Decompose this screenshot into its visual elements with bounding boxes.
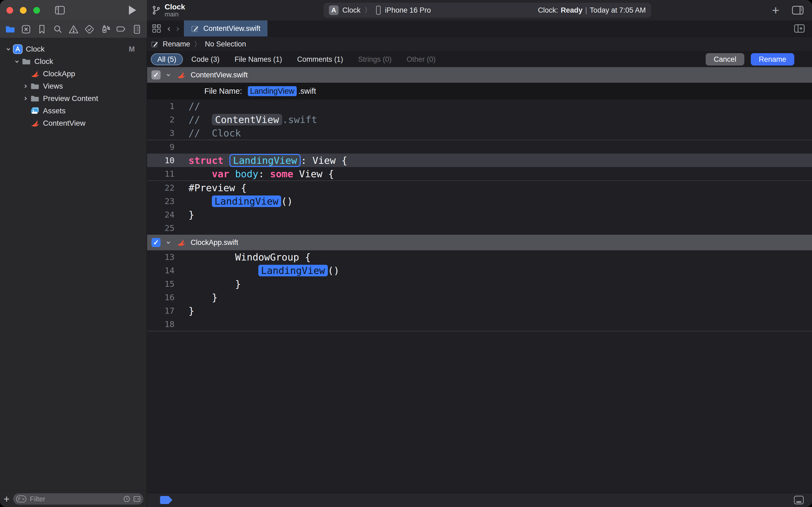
line-number: 14 — [147, 266, 175, 275]
filter-scope-icon[interactable] — [133, 495, 141, 503]
scope-filter-comments[interactable]: Comments (1) — [291, 53, 350, 65]
debug-bar — [147, 493, 812, 507]
code-line-23: 23 LandingView() — [147, 194, 812, 208]
new-tab-icon[interactable]: + — [772, 5, 779, 15]
tree-item-assets[interactable]: Assets — [0, 105, 147, 117]
disclosure-closed-icon[interactable] — [21, 83, 30, 89]
issues-navigator-icon[interactable] — [68, 24, 79, 35]
breakpoints-navigator-icon[interactable] — [116, 24, 126, 35]
run-destination-name[interactable]: iPhone 16 Pro — [385, 6, 431, 14]
rename-token-match[interactable]: LandingView — [258, 265, 328, 276]
code-segment: var — [212, 168, 229, 179]
split-editor-icon[interactable] — [794, 24, 805, 33]
tests-navigator-icon[interactable] — [84, 24, 95, 35]
go-back-icon[interactable]: ‹ — [167, 23, 171, 34]
scope-filter-all[interactable]: All (5) — [151, 53, 183, 65]
code-line-22: 22#Preview { — [147, 181, 812, 194]
code-line-1: 1// — [147, 99, 812, 113]
line-number: 25 — [147, 223, 175, 233]
tree-item-clockapp[interactable]: ClockApp — [0, 68, 147, 80]
toggle-debug-area-icon[interactable] — [793, 495, 805, 505]
tree-item-views[interactable]: Views — [0, 80, 147, 92]
line-number: 2 — [147, 115, 175, 124]
line-number: 18 — [147, 319, 175, 329]
traffic-lights — [6, 7, 40, 14]
breadcrumb-selection[interactable]: No Selection — [205, 40, 246, 48]
code-segment: } — [188, 278, 241, 289]
code-line-16: 16 } — [147, 291, 812, 304]
rename-token-editing[interactable]: LandingView — [229, 154, 301, 167]
section-collapse-icon[interactable] — [165, 239, 171, 245]
toggle-navigator-icon[interactable] — [54, 4, 66, 16]
code-segment: View { — [293, 168, 334, 179]
swift-file-icon — [176, 238, 186, 247]
cancel-button[interactable]: Cancel — [706, 53, 744, 65]
go-forward-icon[interactable]: › — [176, 23, 180, 34]
status-app-label: Clock: — [538, 6, 558, 14]
code-line-10: 10struct LandingView: View { — [147, 154, 812, 167]
tree-item-clock[interactable]: Clock — [0, 55, 147, 68]
code-line-13: 13 WindowGroup { — [147, 250, 812, 264]
close-window-button[interactable] — [6, 7, 13, 14]
status-state: Ready — [561, 6, 582, 14]
tree-item-preview-content[interactable]: Preview Content — [0, 92, 147, 105]
scope-filter-file[interactable]: File Names (1) — [228, 53, 289, 65]
file-name-suffix: .swift — [298, 87, 316, 96]
bookmarks-navigator-icon[interactable] — [37, 24, 47, 35]
file-name-row: File Name:LandingView.swift — [147, 83, 812, 99]
breakpoints-toggle-icon[interactable] — [160, 496, 172, 504]
disclosure-closed-icon[interactable] — [21, 96, 30, 102]
tab-contentview-swift[interactable]: ContentView.swift — [184, 20, 268, 37]
scope-filter-code[interactable]: Code (3) — [185, 53, 226, 65]
disclosure-open-icon[interactable] — [13, 59, 21, 64]
toggle-inspector-icon[interactable] — [792, 5, 804, 15]
folder-icon — [21, 56, 32, 67]
run-button[interactable] — [129, 6, 136, 15]
source-control-navigator-icon[interactable] — [21, 24, 32, 35]
filter-options-icon[interactable] — [16, 495, 26, 503]
file-section-header[interactable]: ✓ContentView.swift — [147, 67, 812, 83]
code-segment: } — [188, 305, 194, 316]
file-section-header[interactable]: ✓ClockApp.swift — [147, 235, 812, 250]
breadcrumb-tool[interactable]: Rename — [163, 40, 190, 48]
disclosure-open-icon[interactable] — [4, 46, 12, 52]
folder-icon — [30, 81, 40, 92]
find-navigator-icon[interactable] — [52, 24, 63, 35]
activity-status-bar[interactable]: A Clock 〉 iPhone 16 Pro Clock: Ready | T… — [324, 3, 651, 18]
swift-file-icon — [176, 70, 186, 80]
code-segment — [188, 196, 212, 207]
code-segment: // Clock — [188, 127, 241, 138]
rename-token-match[interactable]: LandingView — [212, 195, 281, 207]
filter-input[interactable] — [29, 495, 120, 504]
scheme-name[interactable]: Clock — [342, 6, 361, 14]
code-line-18: 18 — [147, 318, 812, 331]
tab-bar: ‹ › ContentView.swift — [147, 20, 812, 37]
line-number: 24 — [147, 210, 175, 219]
reports-navigator-icon[interactable] — [131, 24, 142, 35]
tree-item-contentview[interactable]: ContentView — [0, 117, 147, 129]
code-segment: } — [188, 209, 194, 220]
include-file-checkbox[interactable]: ✓ — [152, 70, 161, 79]
related-items-icon[interactable] — [152, 23, 162, 34]
filter-field[interactable] — [13, 493, 143, 505]
section-collapse-icon[interactable] — [165, 72, 171, 78]
rename-token-comment[interactable]: ContentView — [212, 114, 282, 125]
recent-files-icon[interactable] — [123, 495, 130, 503]
zoom-window-button[interactable] — [33, 7, 40, 14]
code-section-divider — [147, 331, 812, 331]
breadcrumb-separator: 〉 — [194, 39, 201, 49]
minimize-window-button[interactable] — [20, 7, 26, 14]
code-line-11: 11 var body: some View { — [147, 167, 812, 180]
add-file-button[interactable]: + — [3, 494, 10, 504]
jump-bar[interactable]: Rename 〉 No Selection — [147, 37, 812, 52]
project-navigator-icon[interactable] — [5, 24, 15, 35]
tree-item-clock[interactable]: ClockM — [0, 43, 147, 55]
debug-navigator-icon[interactable] — [100, 24, 111, 35]
device-icon — [375, 5, 381, 15]
project-cluster: Clock main — [151, 3, 185, 18]
tree-item-label: Views — [43, 82, 63, 91]
include-file-checkbox[interactable]: ✓ — [152, 238, 161, 247]
file-name-label: File Name: — [205, 87, 242, 96]
rename-button[interactable]: Rename — [751, 53, 794, 65]
file-name-rename-token[interactable]: LandingView — [248, 86, 297, 96]
